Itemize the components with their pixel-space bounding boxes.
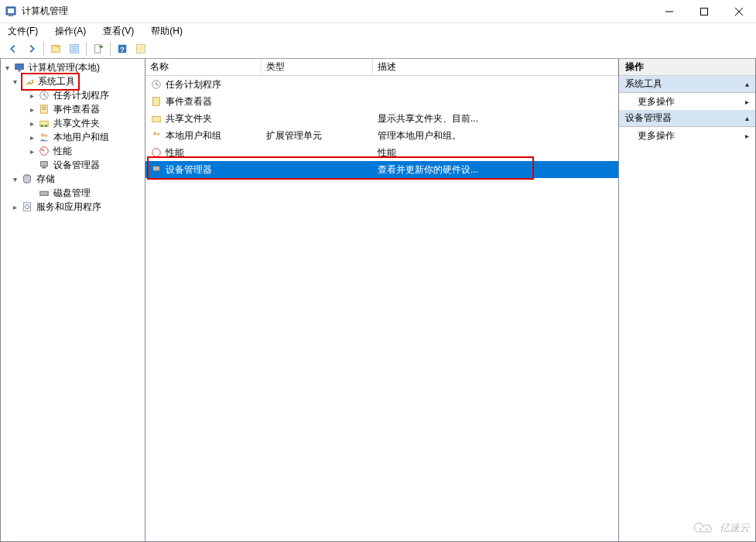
tree-disk-mgmt[interactable]: ▸ 磁盘管理 xyxy=(27,186,143,200)
svg-rect-1 xyxy=(8,9,14,13)
expand-icon[interactable]: ▸ xyxy=(27,105,36,114)
properties-button[interactable] xyxy=(66,40,83,57)
svg-text:?: ? xyxy=(120,44,125,53)
tree-device-manager[interactable]: ▸ 设备管理器 xyxy=(27,158,143,172)
collapse-icon[interactable]: ▾ xyxy=(10,175,19,184)
menu-file[interactable]: 文件(F) xyxy=(5,23,41,39)
row-type: 扩展管理单元 xyxy=(266,129,322,142)
menu-view[interactable]: 查看(V) xyxy=(100,23,137,39)
storage-icon xyxy=(21,173,33,185)
tree-device-manager-label: 设备管理器 xyxy=(52,159,101,172)
tree-event-viewer[interactable]: ▸ 事件查看器 xyxy=(27,102,143,116)
svg-point-39 xyxy=(153,132,156,135)
row-desc: 性能 xyxy=(378,146,396,160)
tree-local-users-label: 本地用户和组 xyxy=(52,131,111,144)
window-title: 计算机管理 xyxy=(22,5,68,18)
action-more-1[interactable]: 更多操作 ▸ xyxy=(619,127,755,144)
row-name: 本地用户和组 xyxy=(166,129,221,142)
users-icon xyxy=(38,131,50,143)
svg-rect-37 xyxy=(153,98,160,106)
svg-rect-38 xyxy=(152,116,161,122)
menubar: 文件(F) 操作(A) 查看(V) 帮助(H) xyxy=(0,23,756,39)
export-button[interactable] xyxy=(90,40,107,57)
svg-rect-2 xyxy=(9,15,13,16)
svg-rect-12 xyxy=(95,44,101,53)
row-desc: 显示共享文件夹、目前... xyxy=(378,112,478,125)
row-name: 共享文件夹 xyxy=(166,112,212,125)
action-item-label: 更多操作 xyxy=(638,95,675,108)
svg-rect-4 xyxy=(700,8,707,15)
svg-rect-17 xyxy=(15,64,24,70)
svg-point-27 xyxy=(45,135,48,138)
svg-point-43 xyxy=(700,528,702,530)
col-type[interactable]: 类型 xyxy=(262,59,373,75)
forward-button[interactable] xyxy=(23,40,40,57)
tree-storage[interactable]: ▾ 存储 xyxy=(10,172,143,186)
list-header: 名称 类型 描述 xyxy=(145,59,618,76)
list-row-shared-folders[interactable]: 共享文件夹 显示共享文件夹、目前... xyxy=(145,110,618,127)
tree-services-apps-label: 服务和应用程序 xyxy=(35,201,103,214)
action-section-system-tools[interactable]: 系统工具 ▴ xyxy=(619,76,755,93)
tree-task-scheduler[interactable]: ▸ 任务计划程序 xyxy=(27,88,143,102)
list-row-performance[interactable]: 性能 性能 xyxy=(145,144,618,161)
watermark: 亿速云 xyxy=(692,520,750,536)
back-button[interactable] xyxy=(5,40,22,57)
main-area: ▾ 计算机管理(本地) ▾ 系统工具 ▸ 任务计划程序 xyxy=(0,59,756,542)
list-body[interactable]: 任务计划程序 事件查看器 共享文件夹 显示共享文件夹、目前... 本地用户和组 … xyxy=(145,76,618,541)
svg-point-33 xyxy=(46,193,48,194)
tree-local-users[interactable]: ▸ 本地用户和组 xyxy=(27,130,143,144)
action-section-title-label: 系统工具 xyxy=(625,77,662,91)
action-section-device-manager[interactable]: 设备管理器 ▴ xyxy=(619,110,755,127)
col-name[interactable]: 名称 xyxy=(145,59,262,75)
col-desc[interactable]: 描述 xyxy=(373,59,618,75)
svg-rect-30 xyxy=(42,167,46,169)
refresh-button[interactable]: ? xyxy=(114,40,131,57)
clock-icon xyxy=(150,78,162,91)
expand-icon[interactable]: ▸ xyxy=(27,133,36,142)
action-item-label: 更多操作 xyxy=(638,129,675,142)
list-row-task-scheduler[interactable]: 任务计划程序 xyxy=(145,76,618,93)
expand-icon[interactable]: ▸ xyxy=(27,147,36,156)
expand-icon[interactable]: ▸ xyxy=(10,203,19,211)
tree-performance-label: 性能 xyxy=(52,145,74,158)
tree-system-tools[interactable]: ▾ 系统工具 xyxy=(10,74,143,88)
svg-point-41 xyxy=(152,149,161,157)
row-desc: 管理本地用户和组。 xyxy=(378,129,461,142)
expand-icon[interactable]: ▸ xyxy=(27,119,36,128)
event-icon xyxy=(38,103,50,115)
maximize-button[interactable] xyxy=(686,0,721,23)
tree-storage-label: 存储 xyxy=(35,173,56,186)
menu-help[interactable]: 帮助(H) xyxy=(148,23,186,39)
clock-icon xyxy=(38,89,50,101)
svg-rect-16 xyxy=(139,46,144,51)
services-icon xyxy=(21,201,33,213)
menu-action[interactable]: 操作(A) xyxy=(52,23,89,39)
collapse-icon[interactable]: ▾ xyxy=(10,77,19,86)
help-button[interactable] xyxy=(132,40,149,57)
list-row-event-viewer[interactable]: 事件查看器 xyxy=(145,93,618,110)
action-more-0[interactable]: 更多操作 ▸ xyxy=(619,93,755,110)
expand-icon[interactable]: ▸ xyxy=(27,91,36,100)
tree-services-apps[interactable]: ▸ 服务和应用程序 xyxy=(10,200,143,214)
tree-performance[interactable]: ▸ 性能 xyxy=(27,144,143,158)
app-icon xyxy=(5,5,17,18)
tree-panel[interactable]: ▾ 计算机管理(本地) ▾ 系统工具 ▸ 任务计划程序 xyxy=(0,59,145,542)
titlebar: 计算机管理 xyxy=(0,0,756,23)
chevron-up-icon: ▴ xyxy=(745,114,749,122)
show-hide-button[interactable] xyxy=(47,40,64,57)
disk-icon xyxy=(38,187,50,199)
list-row-device-manager[interactable]: 设备管理器 查看并更新你的硬件设... xyxy=(145,161,618,178)
chevron-up-icon: ▴ xyxy=(745,80,749,88)
collapse-icon[interactable]: ▾ xyxy=(2,63,12,72)
list-row-local-users[interactable]: 本地用户和组 扩展管理单元 管理本地用户和组。 xyxy=(145,127,618,144)
row-name: 性能 xyxy=(166,146,184,160)
svg-point-26 xyxy=(41,133,44,136)
close-button[interactable] xyxy=(721,0,756,23)
event-icon xyxy=(150,95,162,108)
minimize-button[interactable] xyxy=(652,0,686,23)
row-name: 任务计划程序 xyxy=(166,78,221,91)
svg-rect-42 xyxy=(153,166,160,171)
shared-folder-icon xyxy=(38,117,50,129)
tree-shared-folders[interactable]: ▸ 共享文件夹 xyxy=(27,116,143,130)
row-name: 事件查看器 xyxy=(166,95,212,108)
